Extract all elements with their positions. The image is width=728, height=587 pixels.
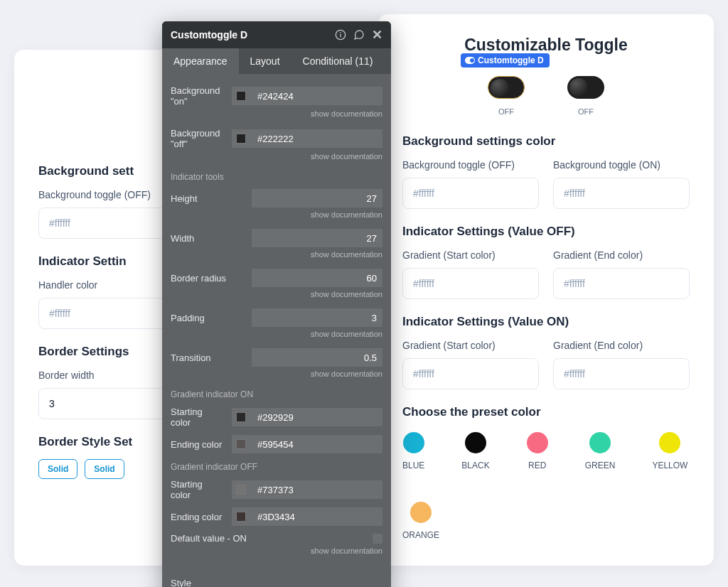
panel-title: Customtoggle D bbox=[171, 29, 247, 41]
input-bg-toggle-off[interactable] bbox=[402, 178, 539, 209]
prop-padding-label: Padding bbox=[171, 313, 245, 323]
swatch-dot bbox=[527, 432, 548, 453]
badge-label: Customtoggle D bbox=[478, 55, 544, 65]
preset-green[interactable]: GREEN bbox=[585, 432, 616, 470]
label-bg-toggle-off: Background toggle (OFF) bbox=[402, 158, 539, 172]
tab-layout[interactable]: Layout bbox=[239, 48, 291, 74]
prop-goff-end-input[interactable] bbox=[252, 507, 382, 526]
section-grad-on: Gradient indicator ON bbox=[171, 382, 382, 401]
tab-conditional[interactable]: Conditional (11) bbox=[291, 48, 385, 74]
prop-bg-off-input[interactable] bbox=[252, 129, 382, 148]
doc-link[interactable]: show documentation bbox=[171, 368, 382, 382]
off-label-1: OFF bbox=[488, 107, 525, 116]
swatch-label: BLACK bbox=[461, 461, 489, 470]
section-ind-on: Indicator Settings (Value ON) bbox=[402, 315, 690, 329]
label-bg-toggle-on: Background toggle (ON) bbox=[553, 158, 690, 172]
input-gstart-off[interactable] bbox=[402, 268, 539, 299]
swatch-goff-end[interactable] bbox=[236, 512, 246, 522]
doc-link[interactable]: show documentation bbox=[171, 289, 382, 303]
prop-goff-start-label: Starting color bbox=[171, 479, 225, 500]
info-icon[interactable] bbox=[335, 29, 346, 41]
section-indicator-tools: Indicator tools bbox=[171, 165, 382, 183]
prop-default-checkbox[interactable] bbox=[373, 534, 382, 544]
swatch-dot bbox=[410, 502, 432, 523]
comment-icon[interactable] bbox=[353, 29, 365, 41]
property-panel: Customtoggle D ✕ Appearance Layout Condi… bbox=[162, 21, 391, 580]
preset-blue[interactable]: BLUE bbox=[402, 432, 424, 470]
panel-header[interactable]: Customtoggle D ✕ bbox=[162, 21, 391, 48]
swatch-goff-start[interactable] bbox=[236, 485, 246, 495]
preset-orange[interactable]: ORANGE bbox=[402, 502, 439, 540]
prop-gon-start-input[interactable] bbox=[252, 408, 382, 426]
prop-radius-input[interactable] bbox=[252, 269, 382, 287]
preset-swatches: BLUEBLACKREDGREENYELLOWORANGE bbox=[402, 432, 690, 540]
swatch-dot bbox=[465, 432, 486, 453]
prop-default-label: Default value - ON bbox=[171, 533, 365, 544]
section-preset: Choose the preset color bbox=[402, 405, 690, 419]
toggle-icon bbox=[465, 57, 475, 64]
swatch-label: YELLOW bbox=[652, 461, 687, 470]
swatch-gon-start[interactable] bbox=[236, 412, 246, 422]
off-label-2: OFF bbox=[567, 107, 604, 116]
doc-link[interactable]: show documentation bbox=[171, 545, 382, 559]
svg-rect-1 bbox=[340, 34, 341, 38]
prop-bg-on-input[interactable] bbox=[252, 87, 382, 105]
swatch-bg-off[interactable] bbox=[236, 134, 246, 144]
custom-toggle-1[interactable] bbox=[488, 76, 525, 99]
swatch-dot bbox=[659, 432, 680, 453]
doc-link[interactable]: show documentation bbox=[171, 209, 382, 223]
prop-transition-input[interactable] bbox=[252, 348, 382, 367]
tab-appearance[interactable]: Appearance bbox=[162, 48, 239, 74]
selection-badge: Customtoggle D bbox=[461, 53, 550, 68]
close-icon[interactable]: ✕ bbox=[372, 27, 382, 43]
section-grad-off: Gradient indicator OFF bbox=[171, 455, 382, 473]
custom-toggle-card: Customizable Toggle Customtoggle D OFF O… bbox=[378, 14, 714, 566]
prop-height-input[interactable] bbox=[252, 189, 382, 208]
prop-width-input[interactable] bbox=[252, 229, 382, 247]
prop-gon-end-label: Ending color bbox=[171, 439, 225, 450]
input-gend-off[interactable] bbox=[553, 268, 690, 299]
swatch-bg-on[interactable] bbox=[236, 91, 246, 101]
prop-bg-on-label: Background "on" bbox=[171, 85, 225, 107]
input-gstart-on[interactable] bbox=[402, 358, 539, 389]
swatch-label: ORANGE bbox=[402, 530, 439, 540]
preset-red[interactable]: RED bbox=[527, 432, 548, 470]
label-gend-off: Gradient (End color) bbox=[553, 249, 690, 262]
preset-yellow[interactable]: YELLOW bbox=[652, 432, 687, 470]
label-gstart-on: Gradient (Start color) bbox=[402, 339, 539, 352]
panel-body: Background "on" show documentation Backg… bbox=[162, 74, 391, 580]
input-gend-on[interactable] bbox=[553, 358, 690, 389]
swatch-label: BLUE bbox=[402, 461, 424, 470]
swatch-dot bbox=[589, 432, 611, 453]
custom-title: Customizable Toggle bbox=[402, 36, 690, 55]
prop-width-label: Width bbox=[171, 233, 245, 244]
custom-toggle-2[interactable] bbox=[567, 76, 604, 99]
section-ind-off: Indicator Settings (Value OFF) bbox=[402, 225, 690, 239]
prop-style-label: Style bbox=[171, 578, 382, 580]
chip-solid-2[interactable]: Solid bbox=[85, 459, 124, 479]
doc-link[interactable]: show documentation bbox=[171, 328, 382, 343]
section-bg-color: Background settings color bbox=[402, 134, 690, 149]
prop-gon-end-input[interactable] bbox=[252, 435, 382, 453]
input-bg-toggle-on[interactable] bbox=[553, 178, 690, 209]
swatch-dot bbox=[403, 432, 424, 453]
label-gstart-off: Gradient (Start color) bbox=[402, 249, 539, 262]
swatch-gon-end[interactable] bbox=[236, 439, 246, 449]
prop-transition-label: Transition bbox=[171, 352, 245, 363]
doc-link[interactable]: show documentation bbox=[171, 151, 382, 165]
prop-height-label: Height bbox=[171, 193, 245, 204]
label-gend-on: Gradient (End color) bbox=[553, 339, 690, 352]
prop-bg-off-label: Background "off" bbox=[171, 128, 225, 149]
svg-rect-2 bbox=[340, 32, 341, 33]
swatch-label: GREEN bbox=[585, 461, 616, 470]
prop-padding-input[interactable] bbox=[252, 308, 382, 327]
doc-link[interactable]: show documentation bbox=[171, 249, 382, 263]
prop-radius-label: Border radius bbox=[171, 273, 245, 284]
doc-link[interactable]: show documentation bbox=[171, 108, 382, 122]
swatch-label: RED bbox=[527, 461, 548, 470]
prop-gon-start-label: Starting color bbox=[171, 406, 225, 428]
prop-goff-start-input[interactable] bbox=[252, 480, 382, 499]
chip-solid-1[interactable]: Solid bbox=[38, 459, 77, 479]
prop-goff-end-label: Ending color bbox=[171, 512, 225, 522]
preset-black[interactable]: BLACK bbox=[461, 432, 489, 470]
